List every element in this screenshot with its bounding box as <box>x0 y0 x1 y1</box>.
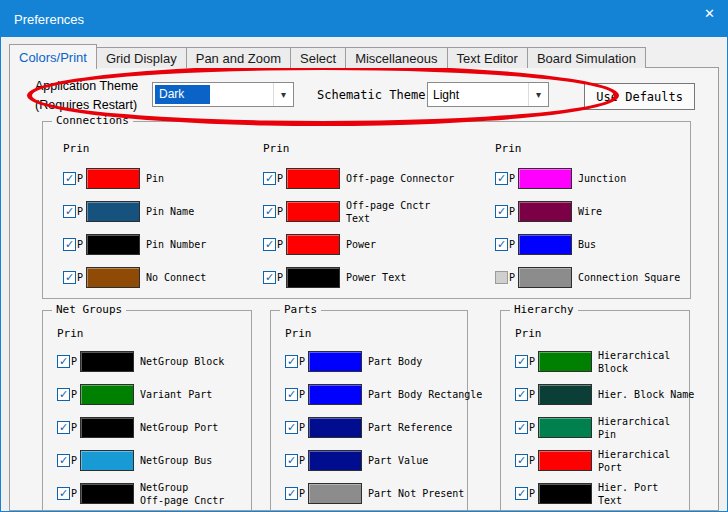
print-checkbox-off-page-cnctr-text[interactable]: ✓ <box>263 205 276 218</box>
titlebar[interactable]: Preferences ✕ <box>1 1 727 37</box>
color-swatch-part-value[interactable] <box>308 450 362 471</box>
print-checkbox-pin[interactable]: ✓ <box>63 172 76 185</box>
color-swatch-connection-square[interactable] <box>518 267 572 288</box>
print-checkbox-wire[interactable]: ✓ <box>495 205 508 218</box>
print-checkbox-hierarchical-pin[interactable]: ✓ <box>515 421 528 434</box>
truncated-print-label: P <box>277 206 286 217</box>
color-item-wire: ✓PWire <box>495 195 685 228</box>
truncated-print-label: P <box>509 239 518 250</box>
color-swatch-netgroup-port[interactable] <box>80 417 134 438</box>
print-checkbox-part-body-rectangle[interactable]: ✓ <box>285 388 298 401</box>
print-checkbox-hier-port-text[interactable]: ✓ <box>515 487 528 500</box>
tab-miscellaneous[interactable]: Miscellaneous <box>345 47 447 68</box>
color-swatch-pin[interactable] <box>86 168 140 189</box>
tab-grid-display[interactable]: Grid Display <box>96 47 187 68</box>
hierarchy-group-title: Hierarchy <box>510 303 578 316</box>
color-swatch-wire[interactable] <box>518 201 572 222</box>
tab-bar: Colors/PrintGrid DisplayPan and ZoomSele… <box>9 43 719 68</box>
chevron-down-icon[interactable]: ▾ <box>273 83 293 106</box>
color-swatch-power[interactable] <box>286 234 340 255</box>
color-swatch-part-body-rectangle[interactable] <box>308 384 362 405</box>
color-swatch-netgroup-off-page-cnctr[interactable] <box>80 483 134 504</box>
print-checkbox-hierarchical-port[interactable]: ✓ <box>515 454 528 467</box>
color-item-label: Variant Part <box>140 388 212 401</box>
truncated-print-label: P <box>509 173 518 184</box>
print-checkbox-connection-square[interactable] <box>495 271 508 284</box>
color-swatch-hierarchical-pin[interactable] <box>538 417 592 438</box>
color-swatch-pin-name[interactable] <box>86 201 140 222</box>
color-swatch-no-connect[interactable] <box>86 267 140 288</box>
color-swatch-pin-number[interactable] <box>86 234 140 255</box>
print-checkbox-no-connect[interactable]: ✓ <box>63 271 76 284</box>
color-swatch-part-body[interactable] <box>308 351 362 372</box>
color-item-part-body-rectangle: ✓PPart Body Rectangle <box>285 378 467 411</box>
print-checkbox-off-page-connector[interactable]: ✓ <box>263 172 276 185</box>
color-item-netgroup-block: ✓PNetGroup Block <box>57 345 251 378</box>
color-swatch-off-page-connector[interactable] <box>286 168 340 189</box>
application-theme-value: Dark <box>155 85 210 104</box>
print-checkbox-variant-part[interactable]: ✓ <box>57 388 70 401</box>
print-checkbox-netgroup-port[interactable]: ✓ <box>57 421 70 434</box>
schematic-theme-label: Schematic Theme <box>317 88 425 102</box>
color-item-label: Pin Number <box>146 238 206 251</box>
color-item-label: NetGroup Bus <box>140 454 212 467</box>
chevron-down-icon[interactable]: ▾ <box>528 83 548 106</box>
color-item-label: Part Body <box>368 355 422 368</box>
truncated-print-label: P <box>71 455 80 466</box>
color-item-hierarchical-block: ✓PHierarchical Block <box>515 345 689 378</box>
use-defaults-button[interactable]: Use Defaults <box>584 83 695 110</box>
color-swatch-hierarchical-port[interactable] <box>538 450 592 471</box>
color-swatch-part-reference[interactable] <box>308 417 362 438</box>
truncated-print-label: P <box>77 272 86 283</box>
print-checkbox-pin-name[interactable]: ✓ <box>63 205 76 218</box>
print-checkbox-netgroup-off-page-cnctr[interactable]: ✓ <box>57 487 70 500</box>
print-checkbox-junction[interactable]: ✓ <box>495 172 508 185</box>
print-checkbox-hierarchical-block[interactable]: ✓ <box>515 355 528 368</box>
color-swatch-netgroup-bus[interactable] <box>80 450 134 471</box>
print-checkbox-part-value[interactable]: ✓ <box>285 454 298 467</box>
close-icon[interactable]: ✕ <box>704 6 715 21</box>
color-item-hier-block-name: ✓PHier. Block Name <box>515 378 689 411</box>
tab-select[interactable]: Select <box>290 47 346 68</box>
color-swatch-off-page-cnctr-text[interactable] <box>286 201 340 222</box>
color-item-netgroup-off-page-cnctr: ✓PNetGroup Off-page Cnctr <box>57 477 251 510</box>
color-item-label: Connection Square <box>578 271 680 284</box>
color-rows: ✓PPin✓PPin Name✓PPin Number✓PNo Connect <box>63 162 263 294</box>
tab-text-editor[interactable]: Text Editor <box>447 47 528 68</box>
color-swatch-hierarchical-block[interactable] <box>538 351 592 372</box>
color-item-no-connect: ✓PNo Connect <box>63 261 263 294</box>
connections-group-title: Connections <box>52 114 133 127</box>
schematic-theme-select[interactable]: Light ▾ <box>427 82 549 107</box>
application-theme-select[interactable]: Dark ▾ <box>152 82 294 107</box>
color-swatch-bus[interactable] <box>518 234 572 255</box>
print-checkbox-power-text[interactable]: ✓ <box>263 271 276 284</box>
color-item-label: Off-page Cnctr Text <box>346 199 430 225</box>
color-swatch-part-not-present[interactable] <box>308 483 362 504</box>
print-checkbox-hier-block-name[interactable]: ✓ <box>515 388 528 401</box>
color-swatch-variant-part[interactable] <box>80 384 134 405</box>
truncated-print-label: P <box>277 272 286 283</box>
tab-pan-and-zoom[interactable]: Pan and Zoom <box>186 47 291 68</box>
print-checkbox-part-not-present[interactable]: ✓ <box>285 487 298 500</box>
color-item-label: Power Text <box>346 271 406 284</box>
color-swatch-power-text[interactable] <box>286 267 340 288</box>
color-swatch-hier-port-text[interactable] <box>538 483 592 504</box>
print-checkbox-part-reference[interactable]: ✓ <box>285 421 298 434</box>
tab-board-simulation[interactable]: Board Simulation <box>527 47 646 68</box>
print-checkbox-netgroup-block[interactable]: ✓ <box>57 355 70 368</box>
print-checkbox-bus[interactable]: ✓ <box>495 238 508 251</box>
truncated-print-label: P <box>71 389 80 400</box>
print-checkbox-power[interactable]: ✓ <box>263 238 276 251</box>
tab-colors-print[interactable]: Colors/Print <box>9 44 97 69</box>
print-checkbox-part-body[interactable]: ✓ <box>285 355 298 368</box>
color-swatch-netgroup-block[interactable] <box>80 351 134 372</box>
color-item-label: Part Reference <box>368 421 452 434</box>
print-column-header: Prin <box>263 142 495 156</box>
application-theme-label: Application Theme (Requires Restart) <box>35 77 138 115</box>
print-checkbox-pin-number[interactable]: ✓ <box>63 238 76 251</box>
color-swatch-junction[interactable] <box>518 168 572 189</box>
color-item-label: Pin Name <box>146 205 194 218</box>
print-checkbox-netgroup-bus[interactable]: ✓ <box>57 454 70 467</box>
color-swatch-hier-block-name[interactable] <box>538 384 592 405</box>
truncated-print-label: P <box>509 272 518 283</box>
